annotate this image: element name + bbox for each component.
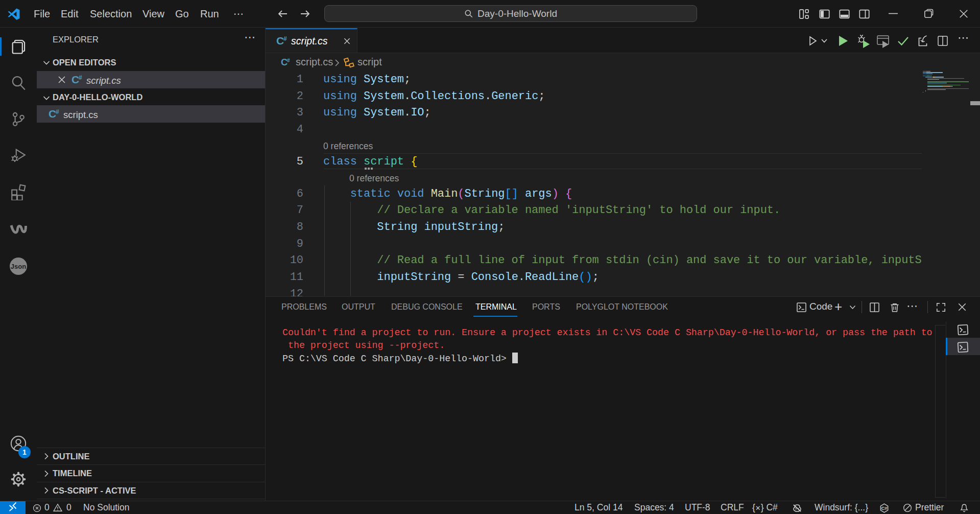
svg-text:#: # bbox=[56, 108, 59, 115]
svg-text:#: # bbox=[287, 58, 290, 63]
svg-text:C: C bbox=[71, 74, 79, 85]
svg-text:C: C bbox=[276, 35, 284, 46]
svg-text:C: C bbox=[49, 108, 56, 120]
svg-text:C#: C# bbox=[881, 505, 888, 511]
svg-text:Json: Json bbox=[11, 263, 26, 270]
svg-text:#: # bbox=[79, 74, 82, 81]
svg-text:#: # bbox=[283, 35, 287, 42]
